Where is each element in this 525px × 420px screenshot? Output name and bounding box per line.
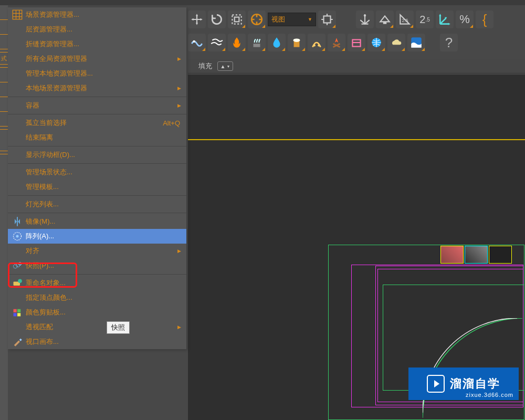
play-icon bbox=[427, 375, 445, 393]
menu-item-perspective-match[interactable]: 透视匹配 bbox=[8, 320, 186, 334]
tooltip-snapshot: 快照 bbox=[107, 321, 130, 334]
fx-foam-button[interactable] bbox=[288, 34, 306, 51]
fx-steam-button[interactable] bbox=[248, 34, 266, 51]
menu-item-manage-local-explorers[interactable]: 管理本地资源管理器... bbox=[8, 66, 186, 81]
menu-item-manage-templates[interactable]: 管理模板... bbox=[8, 180, 186, 194]
menu-item-display-floater[interactable]: 显示浮动框(D)... bbox=[8, 148, 186, 162]
menu-item-viewport-canvas[interactable]: 视口画布... bbox=[8, 334, 186, 349]
angle-snap-button[interactable]: 2.5 bbox=[396, 10, 414, 28]
menu-item-label: 场景资源管理器... bbox=[26, 10, 180, 19]
help-button[interactable]: ? bbox=[440, 34, 458, 51]
menu-item-label: 指定顶点颜色... bbox=[26, 293, 180, 302]
move-tool-button[interactable] bbox=[188, 10, 206, 28]
menu-item-label: 层资源管理器... bbox=[26, 25, 180, 34]
viewport-top-edge bbox=[188, 139, 525, 140]
menu-item-label: 折缝资源管理器... bbox=[26, 39, 180, 49]
svg-rect-23 bbox=[383, 22, 387, 24]
brush-icon bbox=[12, 337, 23, 347]
svg-point-27 bbox=[293, 38, 300, 42]
pivot-center-button[interactable] bbox=[318, 10, 336, 28]
svg-point-25 bbox=[193, 40, 195, 43]
coord-system-select[interactable]: 视图 ▼ bbox=[268, 13, 316, 26]
fx-cloud-button[interactable] bbox=[387, 34, 405, 51]
menu-separator bbox=[8, 114, 186, 114]
fill-mode-label: 填充 bbox=[198, 61, 212, 71]
menu-item-rename-objects[interactable]: 重命名对象... bbox=[8, 276, 186, 290]
grid-icon bbox=[12, 9, 23, 20]
menu-item-align[interactable]: 对齐 bbox=[8, 244, 186, 258]
fx-fire-button[interactable] bbox=[228, 34, 246, 51]
svg-point-22 bbox=[364, 14, 366, 16]
anchor-button[interactable] bbox=[356, 10, 374, 28]
menu-item-array[interactable]: 阵列(A)... bbox=[8, 229, 186, 244]
svg-point-9 bbox=[19, 262, 22, 265]
main-toolbar-row-2: ? bbox=[188, 34, 458, 51]
chevron-down-icon: ▼ bbox=[308, 17, 312, 22]
snapshot-icon bbox=[12, 260, 23, 271]
watermark-badge: 溜溜自学 zixue.3d66.com bbox=[408, 368, 519, 400]
main-toolbar-row-1: 视图 ▼ 2.5 2.5 % { bbox=[188, 10, 494, 28]
menu-item-label: 所有全局资源管理器 bbox=[26, 54, 180, 64]
svg-rect-17 bbox=[235, 17, 239, 22]
fx-box-button[interactable] bbox=[348, 34, 365, 51]
brace-button[interactable]: { bbox=[476, 10, 494, 28]
menu-item-assign-vertex-colors[interactable]: 指定顶点颜色... bbox=[8, 290, 186, 305]
fx-water-button[interactable] bbox=[268, 34, 286, 51]
menu-item-label: 灯光列表... bbox=[26, 200, 180, 209]
fx-bonfire-button[interactable] bbox=[328, 34, 345, 51]
svg-rect-16 bbox=[232, 15, 241, 24]
axes-button[interactable] bbox=[436, 10, 454, 28]
menu-item-scene-explorer[interactable]: 场景资源管理器... bbox=[8, 7, 186, 22]
svg-rect-30 bbox=[352, 40, 360, 47]
menu-item-label: 管理模板... bbox=[26, 182, 180, 192]
menu-item-label: 镜像(M)... bbox=[26, 217, 180, 226]
menu-item-end-isolate[interactable]: 结束隔离 bbox=[8, 130, 186, 145]
svg-rect-13 bbox=[17, 309, 20, 312]
fill-mode-toggle[interactable]: ▲▼ bbox=[217, 61, 233, 71]
menu-item-crease-explorer[interactable]: 折缝资源管理器... bbox=[8, 37, 186, 51]
watermark-url: zixue.3d66.com bbox=[466, 392, 513, 398]
menu-item-snapshot[interactable]: 快照(P)... bbox=[8, 258, 186, 273]
menu-separator bbox=[8, 97, 186, 97]
menu-item-layer-explorer[interactable]: 层资源管理器... bbox=[8, 22, 186, 37]
placement-tool-button[interactable] bbox=[248, 10, 266, 28]
array-icon bbox=[12, 231, 23, 242]
menu-item-containers[interactable]: 容器 bbox=[8, 98, 186, 113]
menu-item-label: 阵列(A)... bbox=[26, 232, 180, 241]
menu-item-label: 显示浮动框(D)... bbox=[26, 150, 180, 160]
menu-separator bbox=[8, 163, 186, 164]
fx-flow-button[interactable] bbox=[208, 34, 226, 51]
menu-item-label: 管理场景状态... bbox=[26, 167, 180, 177]
menu-item-light-lister[interactable]: 灯光列表... bbox=[8, 197, 186, 212]
menu-separator bbox=[8, 146, 186, 146]
fx-splash-button[interactable] bbox=[308, 34, 326, 51]
coord-system-label: 视图 bbox=[271, 15, 285, 24]
fx-wave2-button[interactable] bbox=[407, 34, 425, 51]
snap-toggle-button[interactable] bbox=[376, 10, 394, 28]
menu-item-shortcut: Alt+Q bbox=[163, 119, 180, 127]
menu-item-isolate-selection[interactable]: 孤立当前选择 Alt+Q bbox=[8, 116, 186, 130]
menu-item-mirror[interactable]: 镜像(M)... bbox=[8, 214, 186, 229]
menu-item-label: 对齐 bbox=[26, 246, 180, 256]
menu-item-label: 结束隔离 bbox=[26, 133, 180, 142]
watermark-title: 溜溜自学 bbox=[450, 376, 500, 392]
menu-item-label: 透视匹配 bbox=[26, 322, 180, 332]
menu-separator bbox=[8, 274, 186, 275]
svg-text:2.5: 2.5 bbox=[402, 18, 408, 23]
percent-button[interactable]: % bbox=[456, 10, 474, 28]
menu-item-local-scene-explorer[interactable]: 本地场景资源管理器 bbox=[8, 81, 186, 96]
mirror-icon bbox=[12, 216, 23, 227]
clipboard-icon bbox=[12, 307, 23, 318]
fx-globe-button[interactable] bbox=[368, 34, 385, 51]
svg-point-6 bbox=[16, 235, 19, 238]
menu-item-color-clipboard[interactable]: 颜色剪贴板... bbox=[8, 305, 186, 320]
menu-item-label: 孤立当前选择 bbox=[26, 118, 163, 128]
percent-snap-button[interactable]: 2.5 bbox=[416, 10, 434, 28]
menu-item-all-global-explorers[interactable]: 所有全局资源管理器 bbox=[8, 51, 186, 66]
fx-wave-button[interactable] bbox=[188, 34, 206, 51]
rotate-tool-button[interactable] bbox=[208, 10, 226, 28]
options-bar: 填充 ▲▼ bbox=[188, 59, 525, 74]
menu-item-manage-scene-states[interactable]: 管理场景状态... bbox=[8, 165, 186, 180]
scale-tool-button[interactable] bbox=[228, 10, 246, 28]
svg-rect-14 bbox=[14, 313, 17, 316]
